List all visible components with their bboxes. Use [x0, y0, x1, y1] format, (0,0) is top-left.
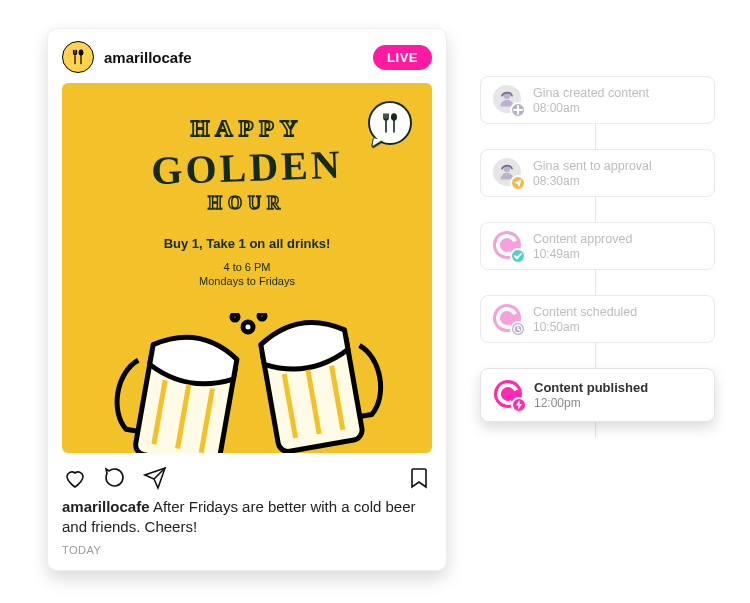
svg-line-3 [154, 380, 165, 444]
bolt-badge-icon [511, 397, 527, 413]
event-avatar [493, 231, 523, 261]
bookmark-icon [407, 466, 431, 490]
plus-badge-icon [510, 102, 526, 118]
svg-line-9 [332, 366, 343, 430]
activity-timeline: Gina created content 08:00am Gina sent t… [480, 76, 715, 447]
post-date: TODAY [48, 542, 446, 570]
send-icon [143, 466, 167, 490]
event-title: Content scheduled [533, 305, 637, 319]
svg-line-5 [201, 389, 212, 453]
event-approval-sent[interactable]: Gina sent to approval 08:30am [480, 149, 715, 197]
event-time: 08:30am [533, 174, 652, 188]
event-scheduled[interactable]: Content scheduled 10:50am [480, 295, 715, 343]
event-time: 08:00am [533, 101, 649, 115]
event-approved[interactable]: Content approved 10:49am [480, 222, 715, 270]
flyer-time: 4 to 6 PM [62, 261, 432, 273]
event-text: Content approved 10:49am [533, 232, 632, 261]
flyer-promo: Buy 1, Take 1 on all drinks! [62, 236, 432, 251]
event-avatar [494, 380, 524, 410]
beer-mugs-illustration [62, 313, 432, 453]
flyer-line3: HOUR [62, 193, 432, 214]
event-time: 10:49am [533, 247, 632, 261]
caption-author[interactable]: amarillocafe [62, 498, 150, 515]
flyer-line1: HAPPY [62, 115, 432, 142]
svg-rect-6 [261, 330, 364, 453]
event-text: Content scheduled 10:50am [533, 305, 637, 334]
event-title: Gina created content [533, 86, 649, 100]
post-header: amarillocafe LIVE [48, 29, 446, 83]
svg-point-12 [259, 313, 265, 319]
comment-button[interactable] [102, 465, 128, 491]
like-button[interactable] [62, 465, 88, 491]
svg-line-4 [178, 384, 189, 448]
live-badge: LIVE [373, 45, 432, 70]
svg-rect-2 [134, 345, 237, 453]
svg-line-8 [308, 370, 319, 434]
event-avatar [493, 158, 523, 188]
save-button[interactable] [406, 465, 432, 491]
social-post-card: amarillocafe LIVE HAPPY GOLDEN HOUR Buy … [47, 28, 447, 571]
event-avatar [493, 85, 523, 115]
event-published[interactable]: Content published 12:00pm [480, 368, 715, 422]
post-action-bar [48, 453, 446, 497]
event-text: Gina sent to approval 08:30am [533, 159, 652, 188]
fork-spoon-icon [69, 48, 87, 66]
comment-icon [103, 466, 127, 490]
share-button[interactable] [142, 465, 168, 491]
check-badge-icon [510, 248, 526, 264]
flyer-line2: GOLDEN [62, 138, 432, 198]
event-title: Content published [534, 380, 648, 395]
event-avatar [493, 304, 523, 334]
event-created[interactable]: Gina created content 08:00am [480, 76, 715, 124]
profile-avatar[interactable] [62, 41, 94, 73]
flyer-text-block: HAPPY GOLDEN HOUR Buy 1, Take 1 on all d… [62, 115, 432, 287]
heart-icon [63, 466, 87, 490]
event-text: Content published 12:00pm [534, 380, 648, 410]
post-image[interactable]: HAPPY GOLDEN HOUR Buy 1, Take 1 on all d… [62, 83, 432, 453]
post-username[interactable]: amarillocafe [104, 49, 363, 66]
post-caption: amarillocafe After Fridays are better wi… [48, 497, 446, 542]
event-title: Gina sent to approval [533, 159, 652, 173]
event-time: 12:00pm [534, 396, 648, 410]
event-text: Gina created content 08:00am [533, 86, 649, 115]
event-time: 10:50am [533, 320, 637, 334]
svg-point-11 [232, 314, 238, 320]
event-title: Content approved [533, 232, 632, 246]
clock-badge-icon [510, 321, 526, 337]
svg-point-10 [243, 322, 253, 332]
send-badge-icon [510, 175, 526, 191]
svg-line-7 [284, 374, 295, 438]
flyer-days: Mondays to Fridays [62, 275, 432, 287]
